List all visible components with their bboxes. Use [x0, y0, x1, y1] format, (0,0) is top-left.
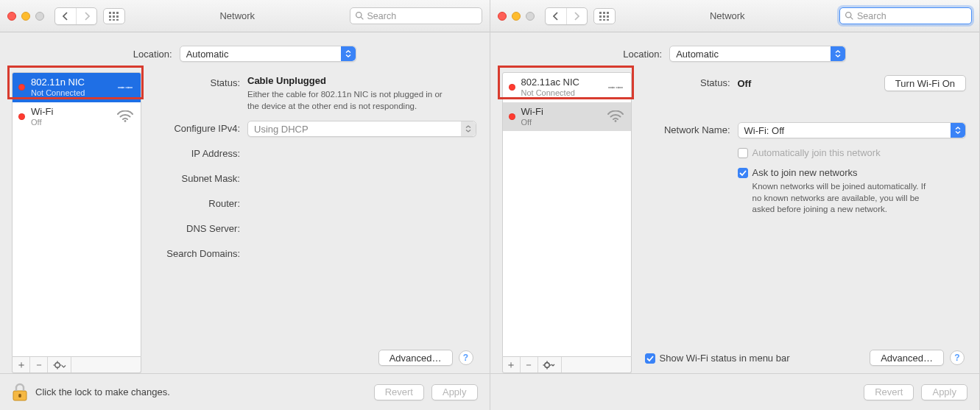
ask-join-label: Ask to join new networks: [752, 167, 858, 178]
subnet-mask-label: Subnet Mask:: [153, 171, 247, 187]
ask-join-checkbox[interactable]: Ask to join new networks: [738, 167, 967, 178]
lock-bar: Revert Apply: [490, 373, 980, 410]
search-icon: [845, 11, 854, 21]
back-button[interactable]: [55, 8, 76, 24]
services-sidebar: 802.11ac NIC Not Connected Wi-Fi Off: [502, 72, 632, 373]
lock-message: Click the lock to make changes.: [35, 386, 367, 397]
location-select[interactable]: Automatic: [180, 46, 356, 62]
svg-rect-1: [113, 12, 115, 14]
add-service-button[interactable]: ＋: [503, 357, 521, 372]
show-all-button[interactable]: [593, 8, 616, 24]
zoom-button[interactable]: [35, 12, 44, 21]
toolbar: Network Search: [490, 0, 980, 32]
svg-rect-20: [18, 394, 21, 397]
status-value: Off: [738, 78, 752, 89]
close-button[interactable]: [498, 12, 507, 21]
remove-service-button[interactable]: －: [521, 357, 538, 372]
svg-point-11: [121, 87, 123, 88]
close-button[interactable]: [7, 12, 16, 21]
svg-rect-26: [607, 15, 609, 18]
status-dot-icon: [509, 113, 515, 120]
service-actions-button[interactable]: [48, 357, 71, 372]
zoom-button[interactable]: [526, 12, 535, 21]
svg-rect-4: [113, 15, 115, 18]
revert-button[interactable]: Revert: [374, 384, 424, 400]
sidebar-footer: ＋ －: [502, 357, 632, 373]
network-name-select[interactable]: Wi-Fi: Off: [738, 122, 967, 138]
turn-wifi-on-button[interactable]: Turn Wi-Fi On: [884, 75, 966, 91]
apply-button[interactable]: Apply: [431, 384, 478, 400]
status-hint: Either the cable for 802.11n NIC is not …: [247, 89, 454, 112]
revert-button[interactable]: Revert: [864, 384, 914, 400]
network-pref-pane-right: Network Search Location: Automatic 802.1…: [490, 0, 981, 410]
ask-join-hint: Known networks will be joined automatica…: [752, 181, 937, 216]
service-item-wifi[interactable]: Wi-Fi Off: [13, 102, 141, 132]
lock-icon[interactable]: [12, 383, 28, 402]
location-row: Location: Automatic: [0, 32, 490, 72]
service-item-80211ac[interactable]: 802.11ac NIC Not Connected: [503, 73, 631, 102]
apply-button[interactable]: Apply: [921, 384, 967, 400]
show-all-button[interactable]: [103, 8, 125, 24]
auto-join-label: Automatically join this network: [752, 147, 881, 158]
svg-point-13: [124, 120, 127, 122]
forward-button[interactable]: [76, 8, 96, 24]
minimize-button[interactable]: [21, 12, 30, 21]
service-name: Wi-Fi: [521, 107, 600, 118]
status-value: Cable Unplugged: [247, 75, 476, 86]
svg-rect-24: [599, 15, 602, 18]
checkbox-icon: [738, 168, 748, 178]
svg-rect-3: [109, 15, 111, 18]
search-domains-label: Search Domains:: [153, 246, 247, 262]
svg-point-33: [617, 87, 618, 88]
configure-ipv4-select[interactable]: Using DHCP: [247, 121, 476, 137]
sidebar-footer: ＋ －: [12, 357, 141, 373]
status-label: Status:: [153, 75, 247, 91]
service-sub: Not Connected: [521, 88, 600, 98]
gear-icon: [53, 361, 66, 370]
auto-join-checkbox[interactable]: Automatically join this network: [738, 147, 967, 158]
search-input[interactable]: Search: [839, 7, 972, 24]
network-pref-pane-left: Network Search Location: Automatic 802.1…: [0, 0, 490, 410]
service-item-wifi[interactable]: Wi-Fi Off: [503, 102, 631, 132]
network-name-label: Network Name:: [644, 122, 738, 138]
search-icon: [355, 11, 364, 21]
location-select[interactable]: Automatic: [669, 46, 846, 62]
location-row: Location: Automatic: [490, 32, 980, 72]
show-wifi-menubar-checkbox[interactable]: Show Wi-Fi status in menu bar: [645, 353, 790, 364]
checkbox-icon: [645, 353, 655, 364]
svg-rect-29: [607, 19, 609, 21]
wifi-icon: [116, 110, 135, 122]
remove-service-button[interactable]: －: [30, 357, 48, 372]
advanced-button[interactable]: Advanced…: [378, 350, 453, 366]
svg-point-34: [614, 120, 616, 122]
router-label: Router:: [153, 196, 247, 212]
configure-value: Using DHCP: [254, 124, 309, 135]
back-button[interactable]: [546, 8, 566, 24]
help-button[interactable]: ?: [459, 350, 473, 365]
advanced-button[interactable]: Advanced…: [870, 350, 944, 366]
service-item-80211n[interactable]: 802.11n NIC Not Connected: [13, 73, 141, 102]
service-name: 802.11ac NIC: [521, 77, 600, 88]
forward-button[interactable]: [566, 8, 587, 24]
status-dot-icon: [509, 84, 515, 91]
ethernet-icon: [606, 81, 625, 94]
minimize-button[interactable]: [512, 12, 521, 21]
service-name: Wi-Fi: [31, 107, 110, 118]
network-name-value: Wi-Fi: Off: [744, 125, 785, 136]
chevron-updown-icon: [341, 46, 356, 61]
svg-point-35: [545, 362, 549, 367]
dns-server-label: DNS Server:: [153, 221, 247, 237]
service-sub: Off: [521, 118, 600, 127]
status-dot-icon: [18, 84, 25, 91]
checkbox-icon: [738, 148, 748, 158]
help-button[interactable]: ?: [950, 350, 965, 365]
svg-rect-27: [599, 19, 602, 21]
add-service-button[interactable]: ＋: [13, 357, 30, 372]
search-input[interactable]: Search: [350, 7, 482, 24]
service-actions-button[interactable]: [538, 357, 562, 372]
toolbar: Network Search: [0, 0, 490, 32]
configure-label: Configure IPv4:: [153, 121, 247, 137]
window-controls: [498, 12, 535, 21]
service-sub: Not Connected: [31, 88, 110, 98]
gear-icon: [543, 361, 556, 370]
